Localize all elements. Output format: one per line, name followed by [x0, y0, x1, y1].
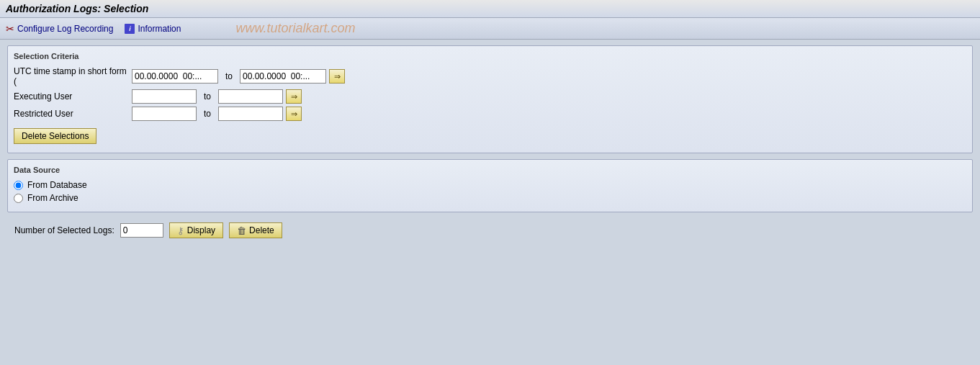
number-of-selected-logs-label: Number of Selected Logs: — [14, 225, 114, 235]
delete-button[interactable]: 🗑 Delete — [229, 222, 282, 238]
executing-user-arrow-button[interactable]: ⇒ — [286, 89, 302, 104]
restricted-user-label: Restricted User — [14, 109, 129, 119]
restricted-user-arrow-button[interactable]: ⇒ — [286, 107, 302, 121]
information-label: Information — [138, 24, 181, 34]
main-content: Selection Criteria UTC time stamp in sho… — [0, 40, 980, 248]
selection-criteria-panel: Selection Criteria UTC time stamp in sho… — [7, 45, 973, 153]
restricted-user-row: Restricted User to ⇒ — [14, 107, 966, 121]
executing-user-row: Executing User to ⇒ — [14, 89, 966, 104]
number-of-selected-logs-input[interactable] — [120, 223, 163, 238]
delete-label: Delete — [249, 225, 274, 235]
bottom-bar: Number of Selected Logs: ⚷ Display 🗑 Del… — [7, 218, 973, 243]
delete-selections-button[interactable]: Delete Selections — [14, 128, 96, 144]
utc-to-input[interactable] — [240, 69, 326, 84]
from-archive-radio[interactable] — [14, 194, 23, 203]
executing-user-to-input[interactable] — [218, 89, 283, 104]
utc-from-input[interactable] — [132, 69, 218, 84]
title-bar: Authorization Logs: Selection — [0, 0, 980, 18]
data-source-title: Data Source — [14, 166, 966, 174]
delete-selections-label: Delete Selections — [22, 131, 89, 141]
configure-label: Configure Log Recording — [17, 24, 113, 34]
configure-icon: ✂ — [6, 23, 14, 35]
data-source-panel: Data Source From Database From Archive — [7, 159, 973, 212]
from-archive-label[interactable]: From Archive — [27, 193, 78, 203]
watermark: www.tutorialkart.com — [235, 21, 355, 36]
display-button[interactable]: ⚷ Display — [169, 222, 223, 238]
executing-user-label: Executing User — [14, 91, 129, 102]
selection-criteria-title: Selection Criteria — [14, 52, 966, 60]
utc-row: UTC time stamp in short form ( to ⇒ — [14, 66, 966, 86]
information-button[interactable]: i Information — [125, 24, 181, 34]
key-icon: ⚷ — [177, 225, 184, 236]
from-database-row: From Database — [14, 180, 966, 190]
from-database-label[interactable]: From Database — [27, 180, 87, 190]
restricted-user-from-input[interactable] — [132, 107, 197, 121]
page-title: Authorization Logs: Selection — [6, 3, 148, 14]
utc-arrow-button[interactable]: ⇒ — [329, 69, 345, 84]
from-database-radio[interactable] — [14, 181, 23, 190]
restricted-user-to-label: to — [204, 109, 211, 119]
information-icon: i — [125, 24, 135, 34]
restricted-user-to-input[interactable] — [218, 107, 283, 121]
configure-log-recording-button[interactable]: ✂ Configure Log Recording — [6, 23, 113, 35]
toolbar: ✂ Configure Log Recording i Information … — [0, 18, 980, 40]
utc-to-label: to — [225, 71, 233, 81]
executing-user-from-input[interactable] — [132, 89, 197, 104]
delete-selections-row: Delete Selections — [14, 124, 966, 144]
from-archive-row: From Archive — [14, 193, 966, 203]
utc-label: UTC time stamp in short form ( — [14, 66, 129, 86]
executing-user-to-label: to — [204, 91, 211, 102]
display-label: Display — [187, 225, 215, 235]
trash-icon: 🗑 — [237, 225, 246, 236]
